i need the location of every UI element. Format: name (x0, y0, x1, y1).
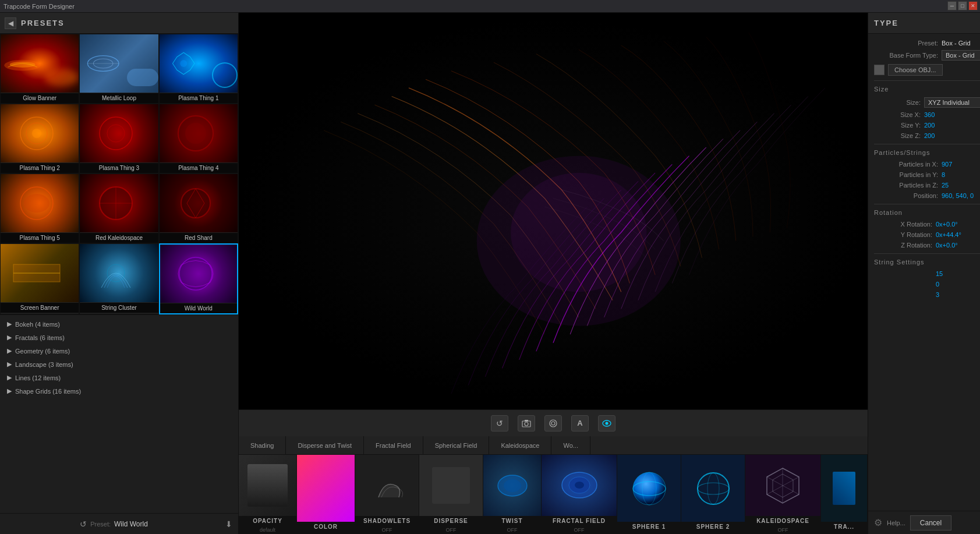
category-geometry[interactable]: ▶ Geometry (6 items) (0, 344, 238, 358)
particles-section-title: Particles/Strings (874, 149, 980, 156)
x-rotation-label: X Rotation: (874, 221, 932, 228)
cancel-button[interactable]: Cancel (910, 515, 951, 531)
size-z-label: Size Z: (874, 132, 921, 139)
preset-thumb-wild-world (160, 245, 237, 303)
block-tra[interactable]: TRA... (821, 455, 868, 534)
preset-item-plasma-2[interactable]: Plasma Thing 2 (0, 104, 79, 174)
block-fractal-field[interactable]: FRACTAL FIELD OFF (542, 455, 617, 534)
x-rotation-value[interactable]: 0x+0.0° (936, 221, 958, 228)
tab-kaleidospace[interactable]: Kaleidospace (489, 436, 551, 454)
svg-point-9 (100, 117, 132, 150)
particles-x-row: Particles in X: 907 (874, 161, 980, 168)
block-sphere-1[interactable]: SPHERE 1 (617, 455, 681, 534)
svg-point-32 (606, 422, 608, 425)
particles-y-value[interactable]: 8 (942, 171, 945, 178)
audio-button[interactable] (544, 415, 562, 432)
category-label-fractals: Fractals (6 items) (15, 334, 65, 341)
particles-z-value[interactable]: 25 (942, 182, 949, 189)
string-val1-value[interactable]: 15 (936, 270, 943, 277)
category-arrow-shape-grids: ▶ (7, 387, 12, 395)
category-fractals[interactable]: ▶ Fractals (6 items) (0, 331, 238, 344)
preset-item-red-shard[interactable]: Red Shard (159, 174, 238, 243)
block-thumb-opacity (239, 455, 296, 516)
preset-item-metallic-loop[interactable]: Metallic Loop (79, 34, 158, 104)
preset-thumb-plasma-4 (160, 104, 238, 162)
category-label-bokeh: Bokeh (4 items) (15, 321, 60, 328)
block-opacity[interactable]: OPACITY default (239, 455, 297, 534)
help-button[interactable]: Help... (887, 519, 905, 526)
svg-point-41 (698, 473, 729, 504)
block-sphere-2[interactable]: SPHERE 2 (681, 455, 745, 534)
block-thumb-fractal (542, 455, 617, 516)
string-val2-value[interactable]: 0 (936, 281, 939, 288)
block-twist[interactable]: TWIST OFF (483, 455, 542, 534)
obj-color-swatch[interactable] (874, 65, 885, 75)
category-lines[interactable]: ▶ Lines (12 items) (0, 371, 238, 384)
size-x-value[interactable]: 360 (924, 111, 935, 118)
string-val3-value[interactable]: 3 (936, 291, 939, 298)
presets-footer: ↺ Preset: Wild World ⬇ (0, 513, 238, 534)
presets-grid-area[interactable]: Glow Banner Metallic Loop (0, 34, 238, 513)
preset-item-wild-world[interactable]: Wild World (159, 243, 238, 314)
blocks-items-row: OPACITY default COLOR (239, 455, 868, 534)
preset-item-string-cluster[interactable]: String Cluster (79, 243, 158, 314)
close-button[interactable]: ✕ (968, 1, 978, 10)
choose-obj-button[interactable]: Choose OBJ... (888, 64, 943, 76)
tab-wo[interactable]: Wo... (551, 436, 590, 454)
size-x-row: Size X: 360 (874, 111, 980, 118)
tab-spherical[interactable]: Spherical Field (423, 436, 490, 454)
particles-z-label: Particles in Z: (874, 182, 938, 189)
window-controls[interactable]: ─ □ ✕ (947, 1, 978, 10)
tab-fractal[interactable]: Fractal Field (364, 436, 423, 454)
divider-3 (874, 204, 980, 204)
minimize-button[interactable]: ─ (947, 1, 957, 10)
block-shadowlets[interactable]: SHADOWLETS OFF (355, 455, 419, 534)
preset-save-icon[interactable]: ⬇ (225, 519, 232, 529)
category-shape-grids[interactable]: ▶ Shape Grids (16 items) (0, 384, 238, 398)
preset-item-plasma-4[interactable]: Plasma Thing 4 (159, 104, 238, 174)
size-y-value[interactable]: 200 (924, 122, 935, 129)
right-panel: TYPE ↺ ⬇ ▶ Preset: Box - Grid Base Form … (868, 13, 980, 534)
base-form-row: Base Form Type: Box - Grid ▼ (874, 50, 980, 61)
text-button[interactable]: A (571, 415, 589, 432)
camera-button[interactable] (518, 415, 535, 432)
settings-icon[interactable]: ⚙ (874, 517, 882, 528)
preset-item-plasma-5[interactable]: Plasma Thing 5 (0, 174, 79, 243)
preset-item-red-kaleidospace[interactable]: Red Kaleidospace (79, 174, 158, 243)
preset-label-plasma-2: Plasma Thing 2 (1, 162, 79, 173)
size-y-row: Size Y: 200 (874, 122, 980, 129)
divider-4 (874, 253, 980, 254)
position-value[interactable]: 960, 540, 0 (942, 192, 974, 199)
preset-reset-icon[interactable]: ↺ (80, 519, 87, 529)
y-rotation-value[interactable]: 0x+44.4° (936, 231, 961, 238)
tab-shading[interactable]: Shading (239, 436, 286, 454)
base-form-dropdown[interactable]: Box - Grid ▼ (942, 50, 980, 61)
category-bokeh[interactable]: ▶ Bokeh (4 items) (0, 317, 238, 331)
eye-button[interactable] (598, 415, 615, 432)
block-disperse[interactable]: DISPERSE OFF (419, 455, 483, 534)
preset-item-plasma-3[interactable]: Plasma Thing 3 (79, 104, 158, 174)
size-dropdown[interactable]: XYZ Individual ▼ (924, 97, 980, 108)
preset-thumb-screen-banner (1, 244, 79, 302)
preset-item-screen-banner[interactable]: Screen Banner (0, 243, 79, 314)
size-z-value[interactable]: 200 (924, 132, 935, 139)
presets-grid: Glow Banner Metallic Loop (0, 34, 238, 314)
block-kaleidospace[interactable]: KALEIDOSPACE OFF (745, 455, 821, 534)
particles-x-value[interactable]: 907 (942, 161, 952, 168)
block-status-kaleidospace: OFF (777, 526, 790, 534)
block-color[interactable]: COLOR (297, 455, 355, 534)
preset-item-glow-banner[interactable]: Glow Banner (0, 34, 79, 104)
svg-point-5 (180, 60, 187, 67)
z-rotation-value[interactable]: 0x+0.0° (936, 242, 958, 249)
presets-back-button[interactable]: ◀ (5, 17, 16, 29)
main-container: ◀ PRESETS Glow Banner (0, 13, 980, 534)
preset-item-plasma-1[interactable]: Plasma Thing 1 (159, 34, 238, 104)
maximize-button[interactable]: □ (958, 1, 967, 10)
size-type-row: Size: XYZ Individual ▼ (874, 97, 980, 108)
undo-button[interactable]: ↺ (491, 415, 508, 432)
svg-point-34 (504, 479, 521, 492)
category-landscape[interactable]: ▶ Landscape (3 items) (0, 358, 238, 371)
tab-disperse-twist[interactable]: Disperse and Twist (286, 436, 364, 454)
tab-shading-label: Shading (250, 442, 274, 449)
block-thumb-tra (821, 455, 867, 522)
